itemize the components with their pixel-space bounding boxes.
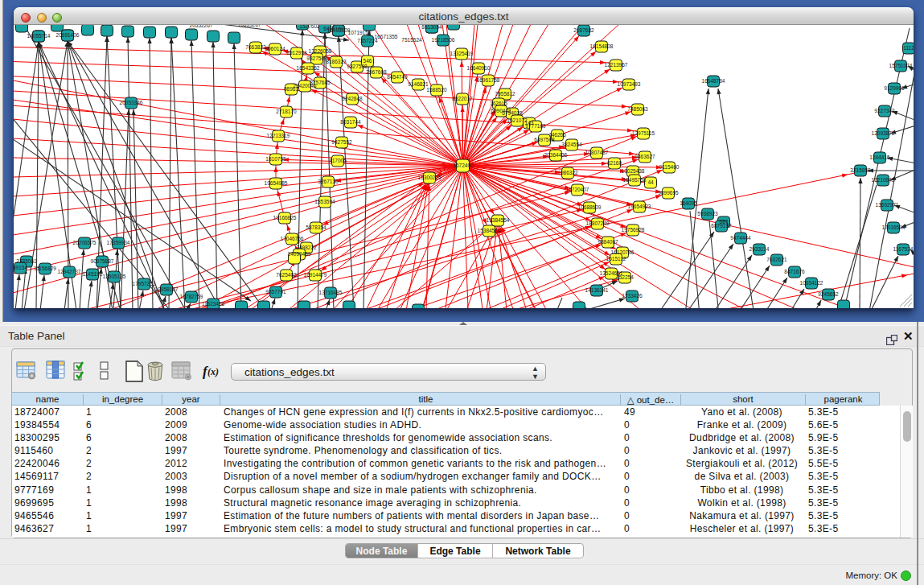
svg-text:20053346: 20053346 (120, 100, 143, 105)
svg-text:12093872: 12093872 (872, 130, 895, 136)
svg-text:12213967: 12213967 (605, 62, 628, 68)
svg-text:19654923: 19654923 (628, 204, 651, 209)
svg-text:11323468: 11323468 (202, 301, 225, 307)
svg-text:12942737: 12942737 (58, 269, 81, 274)
svg-text:16120746: 16120746 (611, 249, 634, 255)
svg-text:9463627: 9463627 (634, 154, 655, 159)
svg-text:10973493: 10973493 (618, 81, 641, 87)
svg-text:9129966: 9129966 (884, 85, 905, 91)
svg-text:8031744: 8031744 (340, 119, 361, 125)
svg-text:10025438: 10025438 (622, 168, 645, 174)
svg-text:7485063: 7485063 (627, 106, 648, 112)
svg-text:16210643: 16210643 (872, 177, 895, 183)
svg-text:98961: 98961 (284, 86, 298, 92)
svg-text:8186323: 8186323 (326, 59, 347, 64)
svg-text:8454749: 8454749 (387, 74, 408, 80)
svg-text:6794028: 6794028 (502, 110, 523, 116)
svg-text:17046766: 17046766 (281, 236, 304, 241)
svg-text:10807487: 10807487 (585, 150, 609, 155)
svg-text:1527602: 1527602 (299, 25, 320, 29)
svg-text:252254: 252254 (616, 274, 634, 280)
svg-text:10654122: 10654122 (800, 280, 823, 286)
svg-text:2933114: 2933114 (749, 246, 770, 252)
svg-text:162615: 162615 (490, 101, 507, 106)
svg-text:1167534: 1167534 (893, 246, 914, 252)
svg-text:7632621: 7632621 (766, 257, 787, 262)
svg-text:9427552: 9427552 (331, 139, 352, 145)
svg-text:164095: 164095 (680, 200, 697, 206)
svg-text:9146821: 9146821 (408, 81, 429, 87)
svg-text:2087682: 2087682 (573, 27, 594, 33)
svg-text:14055714: 14055714 (27, 33, 51, 39)
svg-text:8322017: 8322017 (452, 96, 473, 101)
svg-text:9242848: 9242848 (342, 96, 363, 101)
svg-text:1672400: 1672400 (453, 163, 474, 168)
svg-text:1733426: 1733426 (622, 293, 643, 299)
svg-text:546: 546 (363, 58, 372, 64)
svg-text:1615112: 1615112 (606, 256, 626, 262)
svg-text:9327508: 9327508 (347, 64, 368, 69)
svg-text:(x): (x) (207, 366, 219, 377)
svg-text:17359934: 17359934 (107, 240, 130, 245)
svg-text:12975115: 12975115 (632, 130, 655, 136)
svg-text:8960124: 8960124 (265, 46, 285, 51)
svg-text:1244415: 1244415 (869, 154, 890, 160)
svg-text:9777169: 9777169 (525, 123, 546, 129)
svg-text:14099489: 14099489 (288, 251, 311, 257)
svg-text:10719155: 10719155 (348, 30, 372, 35)
svg-text:13716485: 13716485 (319, 290, 343, 295)
svg-text:3267130: 3267130 (318, 179, 339, 184)
svg-text:2335061: 2335061 (16, 258, 37, 264)
svg-text:9227342: 9227342 (874, 108, 895, 113)
svg-text:9115460: 9115460 (659, 164, 680, 170)
svg-text:2718170: 2718170 (276, 109, 297, 114)
svg-text:16782759: 16782759 (180, 294, 203, 299)
svg-text:1810755: 1810755 (265, 156, 286, 162)
svg-text:9474444: 9474444 (730, 235, 751, 241)
svg-text:16671355: 16671355 (375, 34, 398, 39)
svg-text:3824554: 3824554 (561, 142, 582, 147)
svg-text:13226058: 13226058 (309, 48, 332, 54)
svg-text:5938923: 5938923 (697, 211, 718, 216)
svg-text:16640910: 16640910 (467, 65, 491, 71)
svg-text:20552267: 20552267 (190, 25, 213, 28)
svg-text:6466160: 6466160 (323, 26, 344, 31)
svg-text:9827509: 9827509 (306, 56, 327, 61)
svg-text:10688609: 10688609 (578, 204, 602, 210)
svg-text:15300225: 15300225 (418, 175, 441, 180)
svg-text:9857791: 9857791 (265, 289, 286, 295)
svg-text:16154808: 16154808 (590, 43, 614, 49)
svg-text:417005: 417005 (329, 158, 347, 163)
svg-text:14136141: 14136141 (585, 287, 609, 293)
svg-text:11156829: 11156829 (34, 266, 56, 271)
svg-text:6879197: 6879197 (711, 223, 732, 229)
svg-text:9884067: 9884067 (598, 239, 618, 245)
svg-text:20364436: 20364436 (544, 152, 568, 158)
svg-text:1112: 1112 (903, 45, 914, 51)
svg-text:19218506: 19218506 (432, 37, 455, 43)
svg-text:19756928: 19756928 (622, 227, 645, 233)
svg-text:16914479: 16914479 (304, 272, 327, 278)
svg-text:90975887: 90975887 (91, 258, 114, 264)
svg-text:19654985: 19654985 (265, 180, 288, 186)
svg-text:19384554: 19384554 (487, 217, 510, 223)
svg-text:10958107: 10958107 (155, 286, 179, 292)
svg-text:16543362: 16543362 (297, 65, 320, 71)
svg-text:20206575: 20206575 (73, 240, 97, 245)
svg-text:18807249: 18807249 (586, 220, 610, 226)
svg-text:17957253: 17957253 (133, 281, 156, 286)
svg-text:16961758: 16961758 (477, 77, 500, 83)
svg-text:17016504: 17016504 (882, 225, 906, 230)
svg-text:8813054: 8813054 (421, 25, 442, 30)
svg-text:19166825: 19166825 (273, 215, 297, 220)
svg-text:7625402: 7625402 (276, 272, 297, 278)
svg-text:9899695: 9899695 (658, 190, 679, 196)
svg-text:3498222: 3498222 (296, 245, 317, 250)
svg-text:13692971: 13692971 (876, 202, 899, 208)
svg-text:7515524: 7515524 (401, 37, 422, 43)
svg-text:62160: 62160 (607, 160, 622, 166)
svg-text:9245652: 9245652 (818, 291, 839, 297)
svg-text:10653267: 10653267 (238, 25, 261, 27)
svg-text:1145191: 1145191 (83, 271, 103, 277)
svg-text:746266: 746266 (548, 132, 566, 138)
